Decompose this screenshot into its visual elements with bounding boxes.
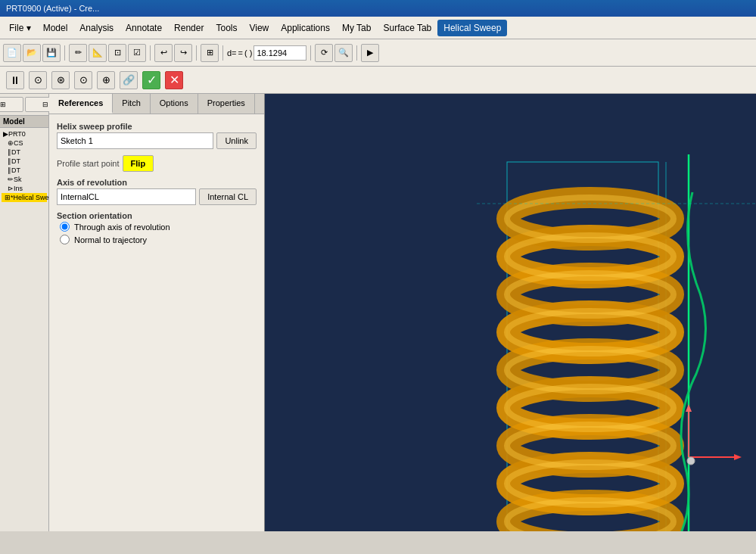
left-sidebar: ⊞ ⊟ Model ▶PRT0 ⊕CS ∥DT ∥DT ∥DT ✏Sk ⊳Ins… — [0, 94, 49, 531]
menu-surface-tab[interactable]: Surface Tab — [377, 20, 437, 36]
open-btn[interactable]: 📂 — [23, 44, 41, 62]
menu-model[interactable]: Model — [37, 20, 74, 36]
sketch-btn[interactable]: ✏ — [69, 44, 87, 62]
sketch-input[interactable] — [57, 132, 213, 149]
constraint-btn[interactable]: ⊡ — [108, 44, 126, 62]
profile-start-section: Profile start point Flip — [57, 155, 257, 172]
dimension-input[interactable] — [254, 45, 306, 61]
tree-node-dt2[interactable]: ∥DT — [2, 157, 47, 166]
tree-node-sk[interactable]: ✏Sk — [2, 175, 47, 184]
undo-btn[interactable]: ↩ — [154, 44, 173, 62]
title-bar: PRT0900 (Active) - Cre... — [0, 0, 756, 17]
model-label: Model — [0, 116, 48, 128]
tree-node-prt0[interactable]: ▶PRT0 — [2, 129, 47, 138]
dimension-wrap: d= = ( ) — [227, 45, 306, 61]
feature-toolbar: ⏸ ⊙ ⊛ ⊙ ⊕ 🔗 ✓ ✕ — [0, 67, 756, 94]
viewport[interactable]: Pitch= — [265, 94, 756, 531]
zoom-btn[interactable]: 🔍 — [334, 44, 353, 62]
cycle-display-btn[interactable]: ⊙ — [29, 71, 47, 89]
tree-node-cs[interactable]: ⊕CS — [2, 138, 47, 148]
menu-mytab[interactable]: My Tab — [336, 20, 377, 36]
viewport-3d: Pitch= — [265, 94, 756, 531]
svg-point-28 — [687, 457, 695, 465]
menu-analysis[interactable]: Analysis — [73, 20, 120, 36]
axis-revolution-row: Internal CL — [57, 188, 257, 205]
radio-group: Through axis of revolution Normal to tra… — [60, 222, 257, 244]
axis-revolution-label: Axis of revolution — [57, 178, 257, 187]
flip-btn[interactable]: Flip — [123, 155, 154, 172]
profile-start-row: Profile start point Flip — [57, 155, 257, 172]
profile-start-label: Profile start point — [57, 159, 120, 168]
sidebar-icon1[interactable]: ⊞ — [0, 97, 23, 112]
menu-helical-sweep[interactable]: Helical Sweep — [437, 20, 507, 36]
main-area: ⊞ ⊟ Model ▶PRT0 ⊕CS ∥DT ∥DT ∥DT ✏Sk ⊳Ins… — [0, 94, 756, 531]
dim-equals: = — [238, 48, 243, 58]
tree-node-dt1[interactable]: ∥DT — [2, 148, 47, 157]
tab-properties[interactable]: Properties — [198, 94, 255, 114]
radio-normal-traj-label: Normal to trajectory — [74, 235, 147, 244]
check-btn[interactable]: ☑ — [128, 44, 146, 62]
options2-btn[interactable]: ⊙ — [74, 71, 92, 89]
model-tree: ▶PRT0 ⊕CS ∥DT ∥DT ∥DT ✏Sk ⊳Ins ⊞*Helical… — [0, 128, 48, 204]
helix-profile-label: Helix sweep profile — [57, 122, 257, 131]
options3-btn[interactable]: ⊕ — [97, 71, 115, 89]
refresh-btn[interactable]: ⟳ — [315, 44, 333, 62]
redo-btn[interactable]: ↪ — [174, 44, 192, 62]
helix-profile-row: Unlink — [57, 132, 257, 149]
references-panel: References Pitch Options Properties Heli… — [49, 94, 265, 531]
sidebar-top: ⊞ ⊟ — [0, 94, 48, 116]
menu-applications[interactable]: Applications — [275, 20, 336, 36]
new-btn[interactable]: 📄 — [3, 44, 21, 62]
pause-btn[interactable]: ⏸ — [6, 71, 24, 89]
radio-through-axis-label: Through axis of revolution — [74, 223, 170, 232]
sep4 — [222, 45, 223, 61]
sep6 — [356, 45, 357, 61]
tree-node-helical[interactable]: ⊞*Helical Sweep 1 — [2, 193, 47, 202]
section-orientation-section: Section orientation Through axis of revo… — [57, 211, 257, 244]
internal-cl-input[interactable] — [57, 188, 196, 205]
sep2 — [150, 45, 151, 61]
menu-view[interactable]: View — [243, 20, 275, 36]
radio-through-axis-input[interactable] — [60, 222, 70, 232]
dim-open-paren: ( ) — [244, 48, 252, 58]
axis-revolution-section: Axis of revolution Internal CL — [57, 178, 257, 205]
internal-cl-btn[interactable]: Internal CL — [199, 188, 257, 205]
grid-btn[interactable]: ⊞ — [201, 44, 219, 62]
menu-annotate[interactable]: Annotate — [120, 20, 168, 36]
tab-references[interactable]: References — [49, 94, 113, 114]
sep3 — [196, 45, 197, 61]
sep5 — [310, 45, 311, 61]
menu-file[interactable]: File ▾ — [3, 20, 37, 36]
radio-normal-traj-input[interactable] — [60, 235, 70, 244]
tree-node-dt3[interactable]: ∥DT — [2, 166, 47, 175]
section-orientation-label: Section orientation — [57, 211, 257, 220]
sep1 — [64, 45, 65, 61]
panel-tabs: References Pitch Options Properties — [49, 94, 264, 114]
helix-profile-section: Helix sweep profile Unlink — [57, 122, 257, 149]
title-bar-text: PRT0900 (Active) - Cre... — [6, 4, 99, 13]
radio-normal-traj[interactable]: Normal to trajectory — [60, 235, 257, 244]
panel-content: Helix sweep profile Unlink Profile start… — [49, 114, 264, 252]
menu-bar: File ▾ Model Analysis Annotate Render To… — [0, 17, 756, 39]
menu-tools[interactable]: Tools — [210, 20, 243, 36]
unlink-btn[interactable]: Unlink — [216, 132, 257, 149]
dim-btn[interactable]: 📐 — [89, 44, 107, 62]
cancel-btn[interactable]: ✕ — [165, 71, 183, 89]
tab-pitch[interactable]: Pitch — [113, 94, 150, 114]
tree-node-ins[interactable]: ⊳Ins — [2, 184, 47, 193]
more-btn[interactable]: ▶ — [361, 44, 379, 62]
main-toolbar: 📄 📂 💾 ✏ 📐 ⊡ ☑ ↩ ↪ ⊞ d= = ( ) ⟳ 🔍 ▶ — [0, 39, 756, 67]
link-btn[interactable]: 🔗 — [120, 71, 138, 89]
confirm-btn[interactable]: ✓ — [142, 71, 160, 89]
options1-btn[interactable]: ⊛ — [51, 71, 70, 89]
menu-render[interactable]: Render — [168, 20, 210, 36]
save-btn[interactable]: 💾 — [42, 44, 61, 62]
radio-through-axis[interactable]: Through axis of revolution — [60, 222, 257, 232]
dimension-label: d= — [227, 48, 237, 58]
tab-options[interactable]: Options — [151, 94, 198, 114]
